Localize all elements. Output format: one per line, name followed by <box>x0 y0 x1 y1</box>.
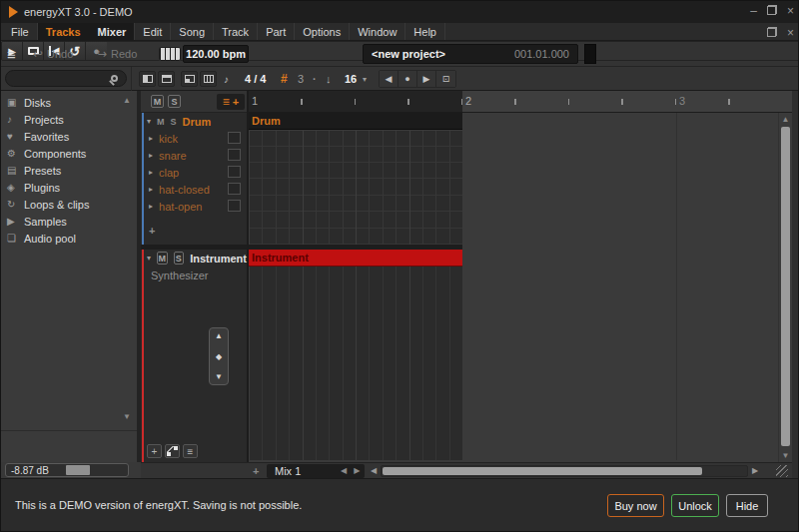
drum-mute-button[interactable]: M <box>157 117 165 127</box>
menu-item-help[interactable]: Help <box>405 23 445 40</box>
triplet-toggle[interactable]: 3 <box>298 71 304 87</box>
close-icon[interactable]: × <box>787 4 794 18</box>
timeline-ruler[interactable]: 1 2 3 <box>249 91 792 113</box>
buy-now-button[interactable]: Buy now <box>607 494 664 517</box>
drum-lane-clap[interactable]: ▸clap <box>141 164 247 181</box>
scroll-handle-icon[interactable]: ◆ <box>216 352 222 361</box>
pianoroll-view-button[interactable] <box>181 71 198 87</box>
redo-button[interactable]: ↪ Redo <box>97 47 137 61</box>
nav-center-icon[interactable]: ● <box>399 71 417 87</box>
lane-level-box[interactable] <box>228 149 241 161</box>
drum-lane-snare[interactable]: ▸snare <box>141 147 247 164</box>
instrument-plugin-name[interactable]: Synthesizer <box>151 269 208 281</box>
restore-icon[interactable] <box>767 4 777 18</box>
master-mute-button[interactable]: M <box>151 95 164 108</box>
vertical-scroll-thumb[interactable] <box>781 127 790 446</box>
virtual-keyboard-button[interactable] <box>159 47 181 61</box>
sidebar-item-disks[interactable]: ▣Disks <box>1 94 137 111</box>
vertical-scrollbar[interactable]: ▲ ▼ <box>778 113 792 462</box>
instrument-track-name[interactable]: Instrument <box>190 253 247 265</box>
sidebar-item-components[interactable]: ⚙Components <box>1 145 137 162</box>
sidebar-scroll-down-icon[interactable]: ▼ <box>123 412 131 421</box>
keyboard-scroller[interactable]: ▲ ◆ ▼ <box>209 327 229 385</box>
sidebar-item-plugins[interactable]: ◈Plugins <box>1 179 137 196</box>
lane-level-box[interactable] <box>228 132 241 144</box>
sidebar-item-audio-pool[interactable]: ❏Audio pool <box>1 230 137 247</box>
resize-grip[interactable] <box>776 465 788 477</box>
sidebar-scroll-up-icon[interactable]: ▲ <box>123 96 131 105</box>
nav-right-icon[interactable]: ▶ <box>417 71 436 87</box>
master-solo-button[interactable]: S <box>168 95 181 108</box>
lane-level-box[interactable] <box>228 200 241 212</box>
collapse-icon[interactable]: ▾ <box>147 117 151 126</box>
zoom-fit-icon[interactable]: ⊡ <box>436 71 455 87</box>
tempo-display[interactable]: 120.00 bpm <box>183 45 249 63</box>
collapse-icon[interactable]: ▾ <box>147 254 151 263</box>
tab-next-icon[interactable]: ▶ <box>354 466 360 475</box>
search-input[interactable] <box>5 70 127 87</box>
drum-clip[interactable]: Drum <box>249 113 462 130</box>
menu-item-edit[interactable]: Edit <box>135 23 171 40</box>
master-gain-slider[interactable]: -8.87 dB <box>5 463 129 477</box>
horizontal-scroll-thumb[interactable] <box>383 467 702 475</box>
lane-level-box[interactable] <box>228 166 241 178</box>
instrument-track-header[interactable]: ▾ M S Instrument <box>141 250 247 266</box>
drum-track-header[interactable]: ▾ M S Drum <box>141 113 247 130</box>
menu-item-options[interactable]: Options <box>295 23 350 40</box>
add-button[interactable]: + <box>147 444 162 458</box>
grid-dropdown-icon[interactable]: ▾ <box>363 71 367 87</box>
drum-lane-kick[interactable]: ▸kick <box>141 130 247 147</box>
horizontal-scrollbar[interactable] <box>381 465 748 477</box>
time-signature[interactable]: 4 / 4 <box>245 71 266 87</box>
menu-item-tracks[interactable]: Tracks <box>38 23 90 40</box>
drum-grid[interactable] <box>249 131 462 245</box>
add-drum-lane-button[interactable]: + <box>149 225 155 237</box>
split-horizontal-view-button[interactable] <box>158 71 175 87</box>
modular-view-button[interactable] <box>165 444 180 458</box>
scroll-up-icon[interactable]: ▲ <box>779 115 792 124</box>
scroll-up-icon[interactable]: ▲ <box>215 331 223 340</box>
arrangement-area[interactable]: 1 2 3 Drum Instrument ▲ ▼ <box>249 91 792 462</box>
child-restore-icon[interactable] <box>767 26 777 40</box>
drum-lane-hat-closed[interactable]: ▸hat-closed <box>141 181 247 198</box>
split-vertical-view-button[interactable] <box>139 71 156 87</box>
menu-item-part[interactable]: Part <box>258 23 295 40</box>
menu-item-window[interactable]: Window <box>350 23 405 40</box>
gain-slider-thumb[interactable] <box>66 465 90 475</box>
expand-icon[interactable]: ▸ <box>149 151 153 160</box>
undo-button[interactable]: ↩ Undo <box>33 47 73 61</box>
sidebar-item-loops-clips[interactable]: ↻Loops & clips <box>1 196 137 213</box>
menu-item-mixer[interactable]: Mixer <box>90 23 136 40</box>
drum-editor-view-button[interactable] <box>200 71 217 87</box>
drum-solo-button[interactable]: S <box>171 117 177 127</box>
sidebar-item-presets[interactable]: ▤Presets <box>1 162 137 179</box>
menu-item-song[interactable]: Song <box>171 23 214 40</box>
tab-prev-icon[interactable]: ◀ <box>341 466 347 475</box>
minimize-icon[interactable]: – <box>750 4 757 18</box>
instrument-grid[interactable] <box>249 266 462 460</box>
instrument-clip[interactable]: Instrument <box>249 250 462 266</box>
lane-level-box[interactable] <box>228 183 241 195</box>
scroll-down-icon[interactable]: ▼ <box>779 451 792 460</box>
sidebar-item-favorites[interactable]: ♥Favorites <box>1 128 137 145</box>
expand-icon[interactable]: ▸ <box>149 185 153 194</box>
arrow-down-icon[interactable]: ↓ <box>326 71 332 87</box>
sidebar-item-projects[interactable]: ♪Projects <box>1 111 137 128</box>
hide-button[interactable]: Hide <box>726 494 768 517</box>
unlock-button[interactable]: Unlock <box>671 494 719 517</box>
grid-resolution[interactable]: 16 <box>345 71 357 87</box>
instrument-mute-button[interactable]: M <box>157 252 168 265</box>
hscroll-left-icon[interactable]: ◀ <box>371 466 377 475</box>
add-track-button[interactable]: ≡+ <box>217 94 245 110</box>
instrument-solo-button[interactable]: S <box>174 252 185 265</box>
dotted-toggle[interactable]: · <box>313 71 317 87</box>
scroll-down-icon[interactable]: ▼ <box>215 372 223 381</box>
expand-icon[interactable]: ▸ <box>149 168 153 177</box>
nav-left-icon[interactable]: ◀ <box>380 71 399 87</box>
child-close-icon[interactable]: × <box>787 26 794 40</box>
drum-track-name[interactable]: Drum <box>183 116 212 128</box>
expand-icon[interactable]: ▸ <box>149 202 153 211</box>
snap-toggle-icon[interactable]: # <box>281 71 288 87</box>
menu-item-track[interactable]: Track <box>214 23 258 40</box>
sidebar-item-samples[interactable]: ▶Samples <box>1 213 137 230</box>
